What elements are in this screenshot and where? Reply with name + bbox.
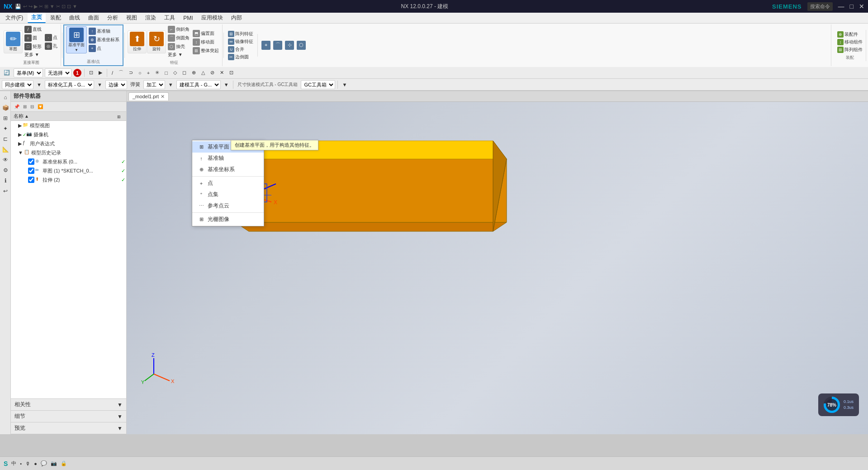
spring-btn[interactable]: 弹簧 [128, 81, 142, 88]
dropdown-raster[interactable]: ⊞ 光栅图像 [192, 214, 264, 225]
side-btn[interactable]: ▼ [340, 82, 349, 88]
nav-item-camera[interactable]: ▶ ✓ 📷 摄像机 [11, 130, 126, 139]
sketch-button[interactable]: ✏ 草图 [4, 30, 23, 53]
fillet-button[interactable]: ⌒倒圆角 [166, 34, 191, 42]
blend-btn[interactable]: ⌒ [272, 40, 283, 51]
menu-render[interactable]: 渲染 [142, 13, 160, 23]
status-chat[interactable]: 💬 [41, 460, 47, 466]
draw-btn2[interactable]: ⌒ [117, 69, 125, 77]
dropdown-datum-csys[interactable]: ⊕ 基准坐标系 [192, 164, 264, 175]
draw-btn9[interactable]: ◻ [180, 69, 188, 76]
sidebar-icon-history[interactable]: ↩ [1, 187, 10, 196]
close-button[interactable]: ✕ [859, 3, 864, 10]
revolve-button[interactable]: ↻ 旋转 [147, 30, 166, 53]
draw-btn6[interactable]: ✳ [153, 69, 161, 76]
modelviews-expand[interactable]: ▶ [18, 123, 22, 129]
point-button[interactable]: ·点 [43, 34, 59, 42]
sidebar-icon-assembly[interactable]: ⊞ [1, 114, 10, 123]
nav-collapse-btn[interactable]: ⊟ [29, 104, 35, 110]
details-panel[interactable]: 细节 ▼ [11, 411, 126, 422]
sidebar-icon-feature[interactable]: ✦ [1, 124, 10, 133]
base-select[interactable]: 基单(M) [14, 68, 43, 77]
minimize-button[interactable]: — [838, 3, 844, 10]
csys-checkbox[interactable] [28, 158, 34, 165]
relevance-panel[interactable]: 相关性 ▼ [11, 399, 126, 411]
display-btn[interactable]: ▶ [97, 69, 104, 76]
model-btn[interactable]: ▼ [166, 82, 175, 88]
draw-btn8[interactable]: ◇ [171, 69, 179, 76]
datum-axis-button[interactable]: ↑基准轴 [87, 27, 121, 35]
mirror-feature-button[interactable]: ⇔镜像特征 [227, 38, 255, 45]
expr-expand[interactable]: ▶ [18, 141, 22, 147]
surface-btn[interactable]: ⌖ [261, 40, 271, 51]
draw-btn10[interactable]: ⊕ [190, 69, 198, 76]
status-lock[interactable]: 🔒 [61, 460, 67, 466]
status-mic[interactable]: 🎙 [25, 461, 30, 466]
menu-analysis[interactable]: 分析 [104, 13, 122, 23]
line-button[interactable]: /直线 [23, 25, 43, 34]
more-sketch-button[interactable]: 更多 ▼ [23, 51, 43, 58]
circle-button[interactable]: ○圆 [23, 34, 43, 42]
array-feature-button[interactable]: ⊞阵列特征 [227, 30, 255, 38]
draw-btn12[interactable]: ⊘ [209, 69, 216, 76]
nav-pin-btn[interactable]: 📌 [13, 104, 21, 110]
nav-item-csys[interactable]: ⊕ 基准坐标系 (0... ✓ [11, 157, 126, 166]
menu-internal[interactable]: 内部 [228, 13, 246, 23]
nav-expand-btn[interactable]: ⊞ [22, 104, 28, 110]
datum-plane-button[interactable]: ⊞ 基准平面 ▼ [66, 26, 87, 53]
menu-pmi[interactable]: PMI [180, 14, 196, 22]
sidebar-icon-home[interactable]: ⌂ [1, 93, 10, 102]
draw-btn4[interactable]: ○ [137, 70, 143, 76]
sketch-checkbox[interactable] [28, 168, 34, 174]
sidebar-icon-settings[interactable]: ⚙ [1, 166, 10, 175]
draw-btn3[interactable]: ⊃ [127, 69, 135, 76]
sidebar-icon-constraint[interactable]: ⊏ [1, 134, 10, 144]
sidebar-icon-info[interactable]: ℹ [1, 176, 10, 185]
menu-surface[interactable]: 曲面 [85, 13, 103, 23]
camera-expand[interactable]: ▶ [18, 132, 22, 138]
nav-item-extrude[interactable]: ⬆ 拉伸 (2) ✓ [11, 175, 126, 184]
move-component-button[interactable]: ↕移动组件 [836, 38, 864, 46]
gc-tools-select[interactable]: GC工具箱 [301, 80, 335, 89]
menu-tools[interactable]: 工具 [161, 13, 179, 23]
model-tools-btn[interactable]: ▼ [222, 82, 231, 88]
menu-home[interactable]: 主页 [28, 13, 46, 23]
filter-select[interactable]: 无选择 [45, 68, 71, 77]
snap-btn[interactable]: ⊡ [87, 69, 95, 76]
draw-btn13[interactable]: ✕ [218, 69, 226, 76]
chamfer-button[interactable]: ⌐倒斜角 [166, 25, 191, 34]
nav-filter-btn[interactable]: 🔽 [36, 104, 44, 110]
array-component-button[interactable]: ⊞阵列组件 [836, 46, 864, 53]
move-face-button[interactable]: ↕移动面 [191, 38, 220, 46]
dropdown-refcloud[interactable]: ⋯ 参考点云 [192, 200, 264, 211]
status-camera[interactable]: 📷 [51, 460, 57, 466]
mesh-btn[interactable]: ⊹ [284, 40, 295, 51]
edge-select[interactable]: 边缘 [105, 80, 127, 89]
shell-button[interactable]: ⬡抽壳 [166, 43, 191, 51]
pattern-button[interactable]: ⊞整体突起 [191, 47, 220, 55]
datum-csys-button[interactable]: ⊕基准坐标系 [87, 36, 121, 44]
sidebar-icon-part[interactable]: 📦 [1, 103, 10, 112]
datum-dropdown-arrow[interactable]: ▼ [75, 48, 78, 52]
draw-btn1[interactable]: / [110, 70, 115, 76]
model-tools-select[interactable]: 建模工具 - G... [176, 80, 221, 89]
menu-assembly[interactable]: 装配 [47, 13, 65, 23]
extrude-checkbox[interactable] [28, 177, 34, 183]
offset-face-button[interactable]: ⬒偏置面 [191, 29, 220, 38]
draw-btn7[interactable]: □ [163, 70, 170, 76]
view-mode-btn[interactable]: 🔄 [2, 69, 12, 76]
viewport-tab-model[interactable]: _model1.prt ✕ [128, 92, 169, 101]
menu-file[interactable]: 文件(F) [2, 13, 27, 23]
nav-item-modelviews[interactable]: ▶ 📁 模型视图 [11, 121, 126, 130]
sidebar-icon-measure[interactable]: 📐 [1, 145, 10, 154]
history-expand[interactable]: ▼ [18, 150, 23, 155]
extrude-button[interactable]: ⬆ 拉伸 [128, 30, 147, 53]
draw-btn11[interactable]: △ [199, 69, 207, 76]
nav-name-col[interactable]: 名称 ▲ [11, 113, 117, 120]
search-box[interactable]: 搜索命令 [807, 2, 833, 11]
process-select[interactable]: 加工 [143, 80, 165, 89]
nav-item-sketch[interactable]: ✏ 草图 (1) *SKETCH_0... ✓ [11, 166, 126, 175]
rect-button[interactable]: □矩形 [23, 43, 43, 51]
more-feature-button[interactable]: 更多 ▼ [166, 51, 191, 58]
dropdown-datum-axis[interactable]: ↑ 基准轴 [192, 153, 264, 164]
